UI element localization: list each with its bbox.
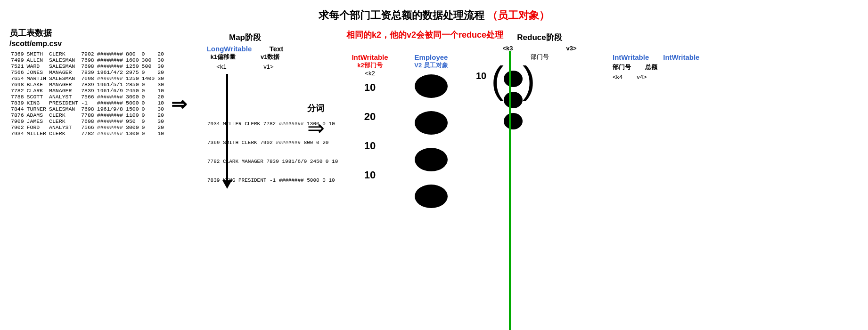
reduce-dot-1 (504, 71, 523, 87)
k2-value-item: 10 (364, 140, 376, 152)
table-row: 7369SMITHCLERK7902########800020 (9, 51, 165, 57)
map-arrow-container: 7934 MILLER CLERK 7782 ######## 1300 0 1… (198, 74, 292, 206)
k1-sublabel: k1偏移量 (211, 53, 236, 61)
v2-dot (415, 74, 448, 98)
title-sub: （员工对象） (487, 9, 549, 21)
v2-dot (415, 111, 448, 135)
emp-table-section: 员工表数据 /scott/emp.csv 7369SMITHCLERK7902#… (9, 27, 160, 137)
map-section: Map阶段 LongWritable Text k1偏移量 v1数据 <k1 v… (198, 27, 292, 206)
right-arrow-icon: ⇒ (171, 93, 187, 115)
reduce-section: Reduce阶段 <k3 v3> 部门号 10 ( ) (462, 27, 603, 129)
k2-intwritable-label: IntWritable (352, 53, 388, 61)
table-row: 7844TURNERSALESMAN76981961/9/81500030 (9, 106, 165, 112)
k2-values: 10201010 (339, 81, 401, 181)
map-record-line: 7782 CLARK MANAGER 7839 1981/6/9 2450 0 … (207, 159, 338, 164)
reduce-dot-2 (504, 92, 523, 108)
text-label: Text (270, 45, 284, 53)
map-header: Map阶段 (198, 32, 292, 43)
table-row: 7902FORDANALYST7566########3000020 (9, 124, 165, 130)
reduce-dot-3 (504, 113, 523, 129)
output-sublabel-dept: 部门号 (613, 63, 631, 72)
reduce-k3-label: <k3 (502, 45, 513, 52)
v2-dots (401, 74, 462, 208)
table-row: 7788SCOTTANALYST7566########3000020 (9, 94, 165, 100)
emp-table-path: /scott/emp.csv (9, 40, 160, 48)
bracket-left-icon: ( (491, 61, 504, 99)
title-main: 求每个部门工资总额的数据处理流程 (319, 9, 484, 21)
output-section: IntWritable IntWritable 部门号 总额 <k4 v4> (603, 27, 707, 80)
reduce-v3-label: v3> (566, 45, 576, 52)
output-intwritable-2: IntWritable (663, 53, 699, 61)
v2-dot (415, 148, 448, 171)
k2-bracket: <k2 (365, 70, 375, 77)
v2-sublabel: V2 员工对象 (414, 61, 448, 70)
output-sublabel-total: 总额 (645, 63, 657, 72)
table-row: 7782CLARKMANAGER78391961/6/92450010 (9, 88, 165, 94)
bracket-right-icon: ) (523, 61, 535, 99)
k2-value-item: 10 (364, 81, 376, 94)
map-record-line: 7934 MILLER CLERK 7782 ######## 1300 0 1… (207, 121, 338, 127)
emp-table: 7369SMITHCLERK7902########8000207499ALLE… (9, 51, 165, 137)
v1-sublabel: v1数据 (261, 53, 279, 61)
reduce-dots (504, 71, 523, 129)
output-intwritable-1: IntWritable (613, 53, 649, 61)
k2-section: IntWritable k2部门号 <k2 10201010 (339, 27, 401, 181)
v2-employee-label: Employee (415, 53, 448, 61)
green-vertical-line (509, 51, 511, 330)
reduce-k3-value: 10 (476, 71, 486, 81)
longwritable-label: LongWritable (207, 45, 252, 53)
table-row: 7499ALLENSALESMAN7698########160030030 (9, 57, 165, 63)
map-records: 7934 MILLER CLERK 7782 ######## 1300 0 1… (207, 121, 338, 196)
same-k2-label: 相同的k2，他的v2会被同一个reduce处理 (346, 29, 503, 40)
fenci-label: 分词 (307, 103, 324, 114)
v2-section: Employee V2 员工对象 (401, 27, 462, 208)
table-row: 7934MILLERCLERK7782########1300010 (9, 130, 165, 137)
v2-dot (415, 185, 448, 208)
k1-label: <k1 (216, 63, 226, 70)
map-record-line: 7369 SMITH CLERK 7902 ######## 800 0 20 (207, 140, 338, 145)
emp-table-title: 员工表数据 (9, 27, 160, 39)
table-row: 7876ADAMSCLERK7788########1100020 (9, 112, 165, 118)
output-v4-label: v4> (637, 73, 647, 80)
k2-value-item: 10 (364, 169, 376, 181)
reduce-content: 10 ( ) (476, 66, 603, 129)
v1-label: v1> (263, 63, 273, 70)
page-title: 求每个部门工资总额的数据处理流程 （员工对象） (0, 0, 868, 23)
arrow1-section: ⇒ (160, 27, 198, 115)
table-row: 7521WARDSALESMAN7698########125050030 (9, 63, 165, 69)
table-row: 7900JAMESCLERK7698########950030 (9, 118, 165, 124)
table-row: 7839KINGPRESIDENT-1########5000010 (9, 100, 165, 106)
k2-sublabel: k2部门号 (357, 61, 382, 70)
output-k4-label: <k4 (613, 73, 622, 80)
table-row: 7698BLAKEMANAGER78391961/5/12850030 (9, 81, 165, 88)
table-row: 7654MARTINSALESMAN7698########1250140030 (9, 75, 165, 81)
table-row: 7566JONESMANAGER78391961/4/22975020 (9, 69, 165, 75)
k2-value-item: 20 (364, 111, 376, 123)
map-record-line: 7839 KING PRESIDENT -1 ######## 5000 0 1… (207, 177, 338, 183)
